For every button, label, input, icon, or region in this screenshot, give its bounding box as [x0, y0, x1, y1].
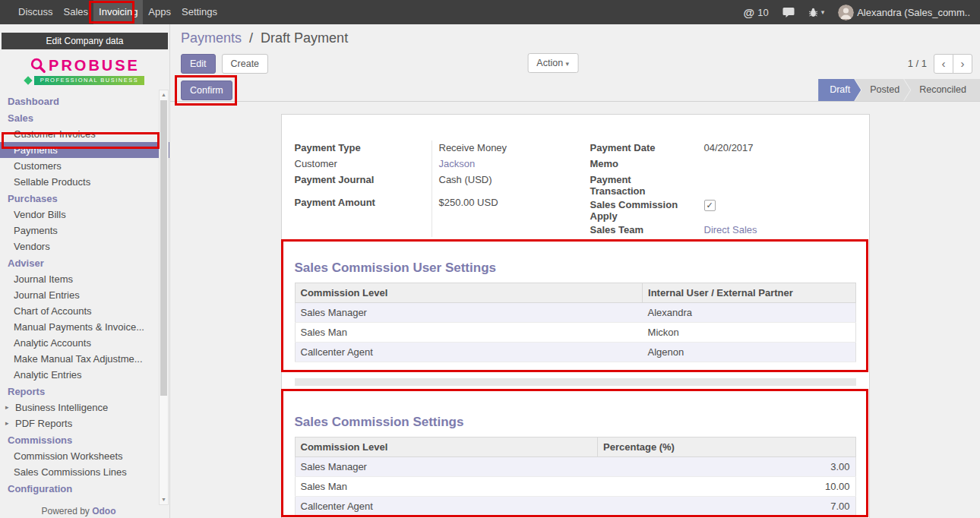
sidebar-item-label: Customers: [14, 160, 62, 172]
scroll-down-arrow-icon[interactable]: ▼: [160, 495, 168, 504]
expand-arrow-icon: ▸: [5, 402, 12, 413]
debug-menu[interactable]: ▾: [801, 0, 832, 24]
sidebar-item-vendor-bills[interactable]: Vendor Bills: [0, 207, 169, 223]
sidebar-item-manual-payments-invoice[interactable]: Manual Payments & Invoice...: [0, 319, 169, 335]
odoo-brand-link[interactable]: Odoo: [92, 506, 115, 516]
logo-tagline: PROFESSIONAL BUSINESS: [34, 76, 145, 85]
odoo-app-window: DiscussSalesInvoicingAppsSettings @ 10 ▾: [0, 0, 980, 518]
field-label: Payment Journal: [295, 172, 432, 185]
column-header-percentage[interactable]: Percentage (%): [598, 437, 855, 457]
field-value: $250.00 USD: [432, 194, 577, 208]
sidebar-heading-purchases[interactable]: Purchases: [0, 190, 169, 207]
sidebar-item-payments[interactable]: Payments: [0, 223, 169, 238]
sidebar-item-label: Payments: [14, 225, 58, 236]
top-menu-discuss[interactable]: Discuss: [13, 0, 58, 24]
direct-sales-link[interactable]: Direct Sales: [704, 224, 757, 235]
edit-button[interactable]: Edit: [181, 54, 216, 74]
field-payment-journal: Payment JournalCash (USD): [295, 172, 577, 188]
sidebar-item-vendors[interactable]: Vendors: [0, 238, 169, 254]
edit-company-data-button[interactable]: Edit Company data: [2, 33, 168, 49]
sidebar-item-commission-worksheets[interactable]: Commission Worksheets: [0, 448, 169, 464]
cell-percentage: 7.00: [598, 497, 855, 516]
top-menu-sales[interactable]: Sales: [58, 0, 94, 24]
table-row[interactable]: Callcenter Agent7.00: [295, 497, 855, 516]
sidebar-scrollbar[interactable]: ▲ ▼: [159, 90, 169, 505]
sidebar-item-analytic-entries[interactable]: Analytic Entries: [0, 367, 169, 383]
table-row[interactable]: Sales Manager3.00: [295, 457, 855, 477]
powered-by-text: Powered by: [41, 506, 89, 516]
scroll-up-arrow-icon[interactable]: ▲: [160, 90, 168, 99]
field-memo: Memo: [590, 156, 856, 172]
chat-icon[interactable]: [776, 0, 801, 24]
control-panel: Payments / Draft Payment Edit Create Act…: [170, 24, 980, 79]
sidebar-item-business-intelligence[interactable]: ▸Business Intelligence: [0, 400, 169, 415]
user-menu[interactable]: Alexandra (Sales_comm..: [831, 0, 977, 24]
create-button[interactable]: Create: [222, 54, 269, 74]
form-view: Payment TypeReceive MoneyCustomerJackson…: [170, 102, 980, 518]
powered-by: Powered by Odoo: [0, 506, 157, 516]
sidebar-item-payments[interactable]: Payments: [0, 142, 169, 158]
top-menubar: DiscussSalesInvoicingAppsSettings: [0, 0, 223, 24]
field-payment-type: Payment TypeReceive Money: [295, 140, 577, 156]
action-dropdown-button[interactable]: Action ▾: [527, 53, 578, 73]
sidebar-item-sales-commissions-lines[interactable]: Sales Commissions Lines: [0, 464, 169, 480]
sidebar-item-analytic-accounts[interactable]: Analytic Accounts: [0, 335, 169, 351]
sidebar-heading-sales[interactable]: Sales: [0, 109, 169, 126]
cell-internal-user-external-partner: Algenon: [643, 343, 855, 362]
top-menu-invoicing[interactable]: Invoicing: [93, 0, 143, 24]
cell-commission-level: Sales Manager: [295, 303, 643, 323]
field-value: Jackson: [432, 156, 577, 169]
form-right-group: Payment Date04/20/2017MemoPayment Transa…: [590, 140, 856, 238]
sidebar-item-label: Sales Commissions Lines: [14, 466, 127, 478]
table-row[interactable]: Sales ManMickon: [295, 323, 855, 343]
company-logo: PROBUSE PROFESSIONAL BUSINESS: [0, 52, 169, 89]
scrollbar-thumb[interactable]: [160, 100, 167, 396]
field-label: Memo: [590, 156, 697, 169]
sidebar-heading-commissions[interactable]: Commissions: [0, 431, 169, 448]
sidebar-heading-configuration[interactable]: Configuration: [0, 480, 169, 497]
sidebar-item-pdf-reports[interactable]: ▸PDF Reports: [0, 415, 169, 431]
form-left-group: Payment TypeReceive MoneyCustomerJackson…: [295, 140, 577, 238]
sidebar-heading-dashboard[interactable]: Dashboard: [0, 93, 169, 109]
sidebar-item-label: PDF Reports: [15, 418, 72, 429]
field-label: Payment Type: [295, 140, 432, 153]
column-header-commission-level[interactable]: Commission Level: [295, 283, 643, 303]
section-title-user-settings: Sales Commission User Settings: [295, 261, 856, 276]
group-separator: [295, 378, 856, 386]
column-header-commission-level[interactable]: Commission Level: [295, 437, 598, 457]
confirm-button[interactable]: Confirm: [181, 81, 232, 100]
sidebar-item-customers[interactable]: Customers: [0, 158, 169, 174]
status-stage-reconciled[interactable]: Reconciled: [904, 79, 980, 101]
sidebar-item-journal-entries[interactable]: Journal Entries: [0, 287, 169, 303]
caret-down-icon: ▾: [566, 60, 570, 68]
sidebar-item-make-manual-tax-adjustme[interactable]: Make Manual Tax Adjustme...: [0, 351, 169, 367]
table-row[interactable]: Callcenter AgentAlgenon: [295, 343, 855, 362]
top-menu-settings[interactable]: Settings: [176, 0, 223, 24]
caret-down-icon: ▾: [821, 8, 825, 16]
sidebar-item-sellable-products[interactable]: Sellable Products: [0, 174, 169, 190]
sidebar-heading-adviser[interactable]: Adviser: [0, 254, 169, 271]
sidebar-item-label: Chart of Accounts: [14, 305, 92, 317]
field-value: Direct Sales: [697, 222, 856, 235]
status-stage-draft[interactable]: Draft: [818, 79, 861, 101]
sidebar-heading-reports[interactable]: Reports: [0, 383, 169, 400]
table-header-row: Commission LevelInternal User / External…: [295, 283, 855, 303]
pager-previous-button[interactable]: ‹: [934, 54, 953, 74]
table-row[interactable]: Sales ManagerAlexandra: [295, 303, 855, 323]
sidebar-item-journal-items[interactable]: Journal Items: [0, 271, 169, 287]
cell-internal-user-external-partner: Alexandra: [643, 303, 855, 323]
sidebar-item-customer-invoices[interactable]: Customer Invoices: [0, 126, 169, 142]
status-stage-posted[interactable]: Posted: [855, 79, 910, 101]
breadcrumb-current: Draft Payment: [261, 30, 348, 46]
top-menu-apps[interactable]: Apps: [143, 0, 176, 24]
sidebar-item-chart-of-accounts[interactable]: Chart of Accounts: [0, 303, 169, 319]
table-row[interactable]: Sales Man10.00: [295, 477, 855, 497]
breadcrumb-payments[interactable]: Payments: [181, 30, 242, 46]
sales-commission-apply-checkbox[interactable]: ✓: [704, 200, 716, 211]
column-header-internal-user-external-partner[interactable]: Internal User / External Partner: [643, 283, 855, 303]
mentions-counter[interactable]: @ 10: [737, 0, 776, 24]
jackson-link[interactable]: Jackson: [439, 158, 476, 169]
mention-count: 10: [757, 7, 768, 18]
pager-next-button[interactable]: ›: [953, 54, 972, 74]
main-content: Payments / Draft Payment Edit Create Act…: [170, 24, 980, 518]
